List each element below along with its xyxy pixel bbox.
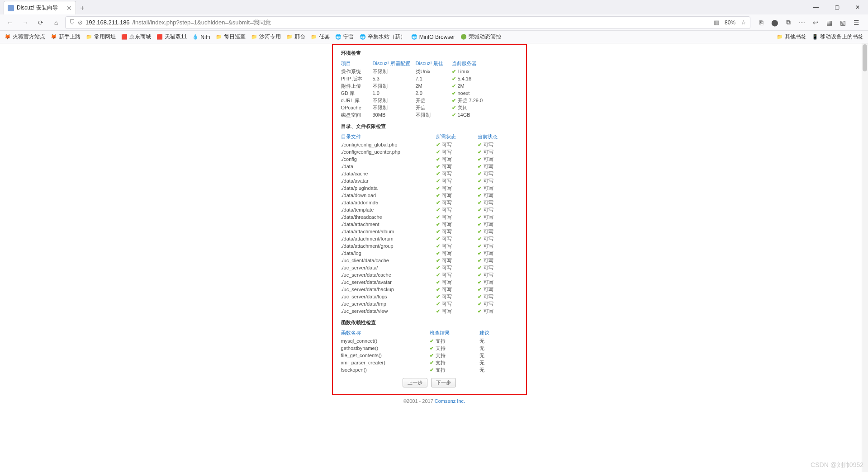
perm-path: ./data/attachment/forum <box>341 235 436 242</box>
undo-icon[interactable]: ↩ <box>811 18 820 27</box>
ext2-icon[interactable]: ▧ <box>838 18 847 27</box>
env-min: 不限制 <box>373 68 416 75</box>
bookmark-item[interactable]: 📁其他书签 <box>777 33 806 41</box>
env-item: 附件上传 <box>341 82 373 90</box>
footer-copyright: ©2001 - 2017 <box>403 398 435 404</box>
check-icon: ✔ <box>436 265 440 270</box>
bookmark-item[interactable]: 📁常用网址 <box>86 33 116 41</box>
perm-cur: ✔可写 <box>478 278 518 286</box>
reload-button[interactable]: ⟳ <box>34 16 47 29</box>
bookmark-item[interactable]: 📁沙河专用 <box>251 33 281 41</box>
bookmark-item[interactable]: 🟥京东商城 <box>121 33 151 41</box>
bookmark-item[interactable]: 📁邢台 <box>286 33 305 41</box>
bookmark-item[interactable]: 📱移动设备上的书签 <box>812 33 863 41</box>
tracking-shield-icon[interactable]: ⛉ <box>69 19 75 26</box>
next-step-button[interactable]: 下一步 <box>431 378 456 387</box>
perm-check-table: 目录文件 所需状态 当前状态 ./config/config_global.ph… <box>341 132 518 315</box>
env-header-item: 项目 <box>341 59 373 68</box>
window-maximize-button[interactable]: ▢ <box>826 0 847 14</box>
back-button[interactable]: ← <box>4 16 16 29</box>
vertical-scrollbar[interactable] <box>862 43 868 472</box>
table-row: fsockopen()✔支持无 <box>341 366 518 373</box>
bookmark-item[interactable]: 🌐宁晋 <box>335 33 354 41</box>
check-icon: ✔ <box>478 214 482 220</box>
bookmark-icon: 📁 <box>216 34 222 40</box>
perm-path: ./data/addonmd5 <box>341 199 436 206</box>
footer-link[interactable]: Comsenz Inc. <box>435 398 465 404</box>
env-best: 开启 <box>416 97 452 104</box>
table-row: ./data/attachment/group✔可写✔可写 <box>341 242 518 250</box>
window-minimize-button[interactable]: — <box>806 0 826 14</box>
bookmark-item[interactable]: 📁任县 <box>311 33 330 41</box>
perm-cur: ✔可写 <box>478 170 518 177</box>
url-input[interactable]: ⛉ ⊘ 192.168.211.186/install/index.php?st… <box>65 16 750 29</box>
account-icon[interactable]: ⬤ <box>770 18 779 27</box>
perm-need: ✔可写 <box>436 213 478 221</box>
env-min: 不限制 <box>373 97 416 104</box>
bookmark-item[interactable]: 🟢荣城动态管控 <box>460 33 501 41</box>
bookmark-label: 常用网址 <box>94 33 116 41</box>
check-icon: ✔ <box>478 193 482 198</box>
check-icon: ✔ <box>436 301 440 307</box>
qr-icon[interactable]: ▥ <box>714 19 719 26</box>
env-cur: ✔14GB <box>452 111 518 118</box>
check-icon: ✔ <box>430 367 434 373</box>
bookmark-item[interactable]: 🌐辛集水站（新） <box>360 33 406 41</box>
perm-path: ./data/attachment/group <box>341 242 436 250</box>
env-min: 不限制 <box>373 104 416 111</box>
check-icon: ✔ <box>436 272 440 278</box>
new-tab-button[interactable]: + <box>76 2 89 14</box>
func-name: fsockopen() <box>341 366 430 373</box>
table-row: ./data/addonmd5✔可写✔可写 <box>341 199 518 206</box>
func-advice: 无 <box>479 345 518 352</box>
perm-need: ✔可写 <box>436 228 478 235</box>
prev-step-button[interactable]: 上一步 <box>403 378 427 387</box>
table-row: ./uc_server/data/logs✔可写✔可写 <box>341 293 518 300</box>
check-icon: ✔ <box>452 69 456 74</box>
check-icon: ✔ <box>478 164 482 169</box>
home-button[interactable]: ⌂ <box>50 16 62 29</box>
browser-tab-active[interactable]: Discuz! 安装向导 ✕ <box>4 1 76 14</box>
extensions-icon[interactable]: ⧉ <box>784 18 793 27</box>
security-lock-icon[interactable]: ⊘ <box>78 19 83 26</box>
app-menu-icon[interactable]: ☰ <box>852 18 861 27</box>
perm-header-cur: 当前状态 <box>478 132 518 141</box>
bookmark-item[interactable]: 💧NiFi <box>192 33 210 41</box>
bookmark-item[interactable]: 📁每日巡查 <box>216 33 246 41</box>
env-cur: ✔开启 7.29.0 <box>452 97 518 104</box>
bookmark-label: 宁晋 <box>343 33 354 41</box>
chat-icon[interactable]: ⋯ <box>797 18 806 27</box>
tab-close-icon[interactable]: ✕ <box>66 5 72 12</box>
perm-path: ./uc_client/data/cache <box>341 257 436 264</box>
ext1-icon[interactable]: ▦ <box>825 18 834 27</box>
bookmark-star-icon[interactable]: ☆ <box>741 19 746 26</box>
page-viewport: 环境检查 项目 Discuz! 所需配置 Discuz! 最佳 当前服务器 操作… <box>0 43 868 472</box>
check-icon: ✔ <box>452 105 456 110</box>
table-row: ./data/threadcache✔可写✔可写 <box>341 213 518 221</box>
window-close-button[interactable]: ✕ <box>847 0 868 14</box>
perm-path: ./uc_server/data/view <box>341 307 436 315</box>
bookmark-item[interactable]: 🌐MinIO Browser <box>411 33 455 41</box>
perm-header-need: 所需状态 <box>436 132 478 141</box>
env-check-table: 项目 Discuz! 所需配置 Discuz! 最佳 当前服务器 操作系统不限制… <box>341 59 518 118</box>
browser-chrome: Discuz! 安装向导 ✕ + — ▢ ✕ ← → ⟳ ⌂ ⛉ ⊘ 192.1… <box>0 0 868 472</box>
perm-cur: ✔可写 <box>478 250 518 257</box>
bookmark-item[interactable]: 🟥天猫双11 <box>157 33 187 41</box>
zoom-level[interactable]: 80% <box>722 19 738 26</box>
scrollbar-thumb[interactable] <box>863 44 867 71</box>
check-icon: ✔ <box>436 250 440 256</box>
table-row: PHP 版本5.37.1✔5.4.16 <box>341 75 518 82</box>
perm-cur: ✔可写 <box>478 156 518 163</box>
check-icon: ✔ <box>478 272 482 278</box>
check-icon: ✔ <box>478 243 482 249</box>
table-row: ./config✔可写✔可写 <box>341 156 518 163</box>
library-icon[interactable]: ⎘ <box>757 18 766 27</box>
func-header-result: 检查结果 <box>430 329 479 337</box>
perm-path: ./data/attachment/album <box>341 228 436 235</box>
bookmark-item[interactable]: 🦊火狐官方站点 <box>5 33 45 41</box>
table-row: ./config/config_global.php✔可写✔可写 <box>341 141 518 148</box>
perm-path: ./data/attachment <box>341 221 436 228</box>
bookmark-item[interactable]: 🦊新手上路 <box>51 33 81 41</box>
forward-button[interactable]: → <box>19 16 32 29</box>
perm-cur: ✔可写 <box>478 192 518 199</box>
